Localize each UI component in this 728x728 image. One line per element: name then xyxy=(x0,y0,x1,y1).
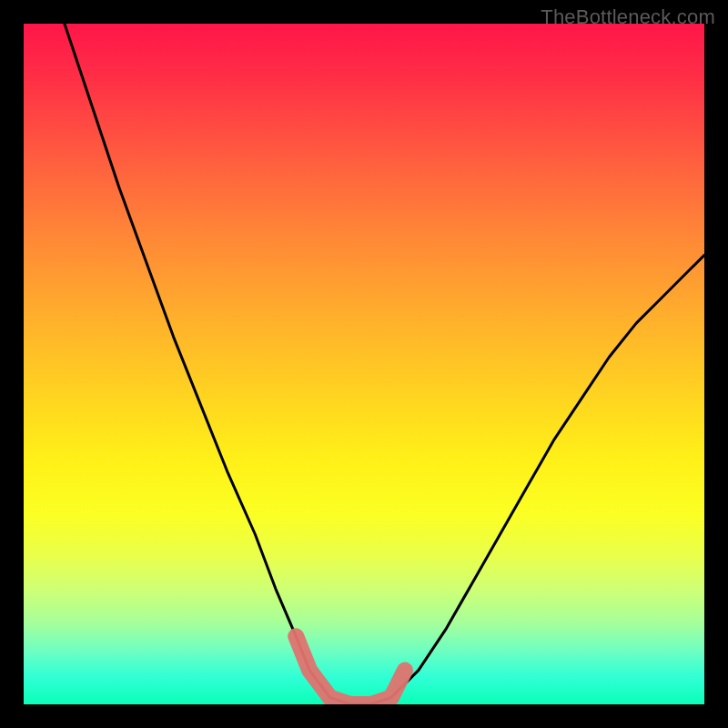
bottleneck-highlight xyxy=(296,636,405,704)
curve-layer xyxy=(24,24,704,704)
bottleneck-curve xyxy=(65,24,704,704)
watermark-text: TheBottleneck.com xyxy=(541,5,715,29)
chart-frame: TheBottleneck.com xyxy=(0,0,728,728)
plot-area xyxy=(24,24,704,704)
